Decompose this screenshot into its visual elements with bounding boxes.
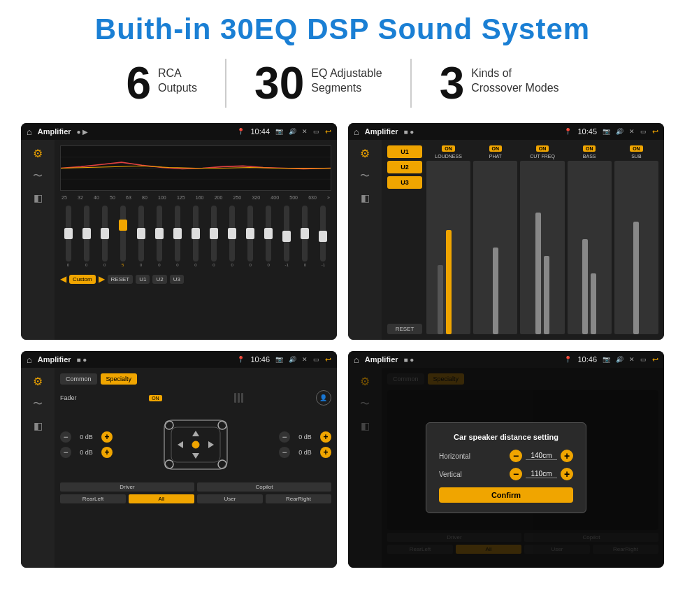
- topbar-title-1: Amplifier: [38, 127, 71, 136]
- screen-body-3: ⚙ 〜 ◧ Common Specialty Fader ON: [21, 368, 337, 568]
- vol-plus-rr[interactable]: +: [320, 447, 331, 458]
- user-btn[interactable]: User: [197, 494, 263, 503]
- label-cutfreq: CUT FREQ: [530, 154, 555, 159]
- eq-slider-1: 0: [78, 206, 94, 267]
- u1-btn-1[interactable]: U1: [136, 275, 150, 284]
- topbar-x-2: ✕: [629, 128, 635, 135]
- topbar-cam-3: 📷: [275, 356, 283, 363]
- stat-crossover-label: Kinds of Crossover Modes: [471, 61, 558, 96]
- svg-marker-13: [178, 441, 183, 448]
- dialog-horizontal-plus[interactable]: +: [561, 450, 573, 462]
- stat-eq-number: 30: [254, 61, 304, 106]
- stats-row: 6 RCA Outputs 30 EQ Adjustable Segments …: [21, 59, 664, 108]
- vol-value-rr: 0 dB: [293, 449, 317, 456]
- eq-slider-9: 0: [224, 206, 240, 267]
- reset-btn-1[interactable]: RESET: [108, 275, 134, 284]
- u1-btn-2[interactable]: U1: [387, 145, 422, 158]
- fader-slider-mini: [234, 393, 243, 403]
- tab-common[interactable]: Common: [60, 373, 97, 385]
- fader-on-badge: ON: [149, 395, 162, 401]
- vol-minus-rl[interactable]: −: [60, 447, 71, 458]
- topbar-dots-3: ■ ●: [77, 356, 232, 364]
- eq-slider-3: 5: [115, 206, 131, 267]
- on-badge-phat: ON: [489, 145, 503, 152]
- topbar-dots-4: ■ ●: [404, 356, 559, 364]
- copilot-btn[interactable]: Copilot: [197, 482, 331, 492]
- vol-minus-fr[interactable]: −: [279, 431, 290, 443]
- reset-btn-2[interactable]: RESET: [387, 324, 422, 334]
- vol-plus-fl[interactable]: +: [101, 431, 113, 443]
- u3-btn-1[interactable]: U3: [170, 275, 184, 284]
- eq-slider-6: 0: [169, 206, 185, 267]
- eq-slider-11: 0: [261, 206, 277, 267]
- eq-freq-labels: 253240 506380 100125160 200250320 400500…: [60, 195, 331, 200]
- topbar-rect-4: ▭: [640, 356, 647, 363]
- eq-slider-10: 0: [243, 206, 259, 267]
- topbar-back-1: ↩: [325, 127, 331, 136]
- eq-graph: [60, 145, 331, 191]
- stat-crossover-number: 3: [440, 61, 465, 106]
- u2-btn-1[interactable]: U2: [152, 275, 166, 284]
- speaker-icon-2: ◧: [361, 192, 370, 203]
- vol-plus-rl[interactable]: +: [101, 447, 113, 458]
- topbar-title-3: Amplifier: [38, 355, 71, 364]
- rearleft-btn[interactable]: RearLeft: [60, 494, 126, 503]
- rearright-btn[interactable]: RearRight: [266, 494, 331, 503]
- fader-label: Fader: [60, 394, 77, 401]
- u2-btn-2[interactable]: U2: [387, 161, 422, 173]
- svg-marker-12: [192, 453, 199, 459]
- eq-slider-4: 0: [133, 206, 149, 267]
- confirm-button[interactable]: Confirm: [439, 487, 573, 503]
- car-layout: − 0 dB + − 0 dB +: [60, 410, 331, 480]
- eq-icon-3: ⚙: [33, 375, 43, 388]
- dialog-horizontal-controls: − 140cm +: [510, 450, 573, 462]
- stat-eq: 30 EQ Adjustable Segments: [226, 61, 410, 106]
- driver-btn[interactable]: Driver: [60, 482, 194, 492]
- topbar-x-1: ✕: [302, 128, 308, 135]
- channel-bass: ON BASS: [568, 145, 612, 334]
- home-icon-4: ⌂: [354, 354, 359, 365]
- dialog-vertical-controls: − 110cm +: [510, 468, 573, 480]
- crossover-main: U1 U2 U3 RESET ON LOUDNESS: [382, 140, 664, 340]
- eq-slider-12: -1: [279, 206, 295, 267]
- eq-icon-2: ⚙: [360, 147, 370, 160]
- dialog-vertical-plus[interactable]: +: [561, 468, 573, 480]
- sidebar-2: ⚙ 〜 ◧: [348, 140, 382, 340]
- eq-slider-2: 0: [96, 206, 113, 267]
- stat-rca-number: 6: [126, 61, 151, 106]
- vol-minus-rr[interactable]: −: [279, 447, 290, 458]
- fader-circle-btn[interactable]: 👤: [316, 390, 331, 406]
- fader-main: Common Specialty Fader ON 👤: [55, 368, 337, 568]
- eq-slider-13: 0: [297, 206, 313, 267]
- dialog-vertical-label: Vertical: [439, 471, 462, 478]
- crossover-u-btns: U1 U2 U3 RESET: [387, 145, 422, 334]
- svg-point-10: [218, 460, 226, 468]
- eq-slider-0: 0: [60, 206, 76, 267]
- tab-specialty[interactable]: Specialty: [101, 373, 138, 385]
- on-badge-sub: ON: [630, 145, 643, 152]
- topbar-cam-2: 📷: [603, 128, 610, 135]
- topbar-rect-2: ▭: [640, 128, 647, 135]
- stat-crossover: 3 Kinds of Crossover Modes: [412, 61, 587, 106]
- all-btn[interactable]: All: [129, 494, 194, 503]
- channel-sub: ON SUB: [614, 145, 658, 334]
- topbar-vol-2: 🔊: [616, 128, 623, 135]
- dialog-vertical-value: 110cm: [526, 470, 557, 478]
- channel-phat: ON PHAT: [473, 145, 517, 334]
- topbar-back-4: ↩: [652, 355, 658, 364]
- fader-row-controls: Fader ON 👤: [60, 390, 331, 406]
- vol-plus-fr[interactable]: +: [320, 431, 331, 443]
- vol-row-rl: − 0 dB +: [60, 447, 113, 458]
- dialog-horizontal-minus[interactable]: −: [510, 450, 522, 462]
- custom-btn[interactable]: Custom: [69, 275, 96, 284]
- u3-btn-2[interactable]: U3: [387, 176, 422, 189]
- topbar-pin-4: 📍: [564, 356, 572, 363]
- screenshots-grid: ⌂ Amplifier ● ▶ 📍 10:44 📷 🔊 ✕ ▭ ↩ ⚙ 〜 ◧: [21, 123, 664, 568]
- vol-minus-fl[interactable]: −: [60, 431, 71, 443]
- svg-point-6: [192, 441, 199, 448]
- dialog-vertical-minus[interactable]: −: [510, 468, 522, 480]
- topbar-cam-4: 📷: [603, 356, 610, 363]
- dialog-row-horizontal: Horizontal − 140cm +: [439, 450, 573, 462]
- on-badge-cutfreq: ON: [536, 145, 549, 152]
- topbar-x-3: ✕: [302, 356, 308, 363]
